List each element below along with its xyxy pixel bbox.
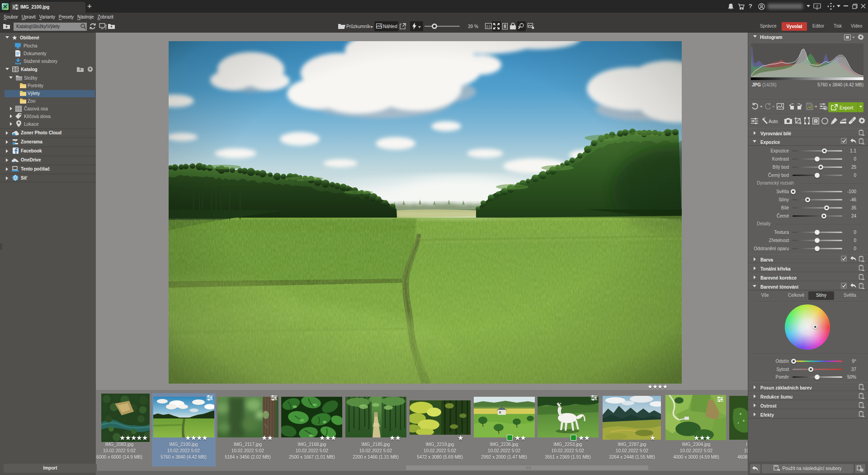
svg-text:Z: Z [105,27,107,29]
svg-text:1:1: 1:1 [486,24,491,28]
svg-text:T: T [815,119,817,124]
svg-text:2: 2 [816,4,818,8]
